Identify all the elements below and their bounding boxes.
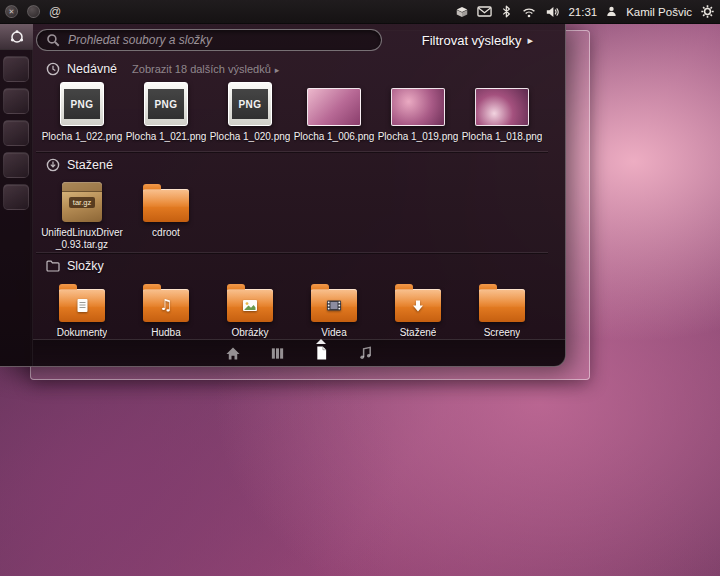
music-lens-button[interactable] <box>355 343 375 363</box>
music-note-emblem-icon: ♫ <box>159 298 172 313</box>
ubuntu-logo-icon <box>9 29 25 45</box>
section-divider <box>36 151 548 152</box>
desktop: ✕ @ 21:31 Kamil Pošvic <box>0 0 720 576</box>
bluetooth-icon[interactable] <box>500 4 513 19</box>
launcher-item-1[interactable] <box>3 56 29 82</box>
launcher-item-3[interactable] <box>3 120 29 146</box>
folder-label: Hudba <box>151 327 180 339</box>
archive-file-icon: tar.gz <box>62 182 102 222</box>
folder-item[interactable]: Stažené <box>376 276 460 339</box>
file-label: Plocha 1_006.png <box>294 131 375 143</box>
indicator-area: 21:31 Kamil Pošvic <box>455 4 720 19</box>
file-item[interactable]: Plocha 1_019.png <box>376 80 460 143</box>
png-badge: PNG <box>148 89 184 119</box>
network-icon[interactable] <box>521 5 537 19</box>
file-label: Plocha 1_022.png <box>42 131 123 143</box>
png-badge: PNG <box>232 89 268 119</box>
home-icon <box>225 346 241 361</box>
user-icon <box>605 5 618 18</box>
folder-item[interactable]: Screeny <box>460 276 544 339</box>
file-item[interactable]: Plocha 1_018.png <box>460 80 544 143</box>
show-more-results-link[interactable]: Zobrazit 18 dalších výsledků▸ <box>132 63 279 75</box>
section-recent-title: Nedávné <box>67 62 117 76</box>
downloads-folder-icon <box>395 289 441 322</box>
folder-label: Dokumenty <box>57 327 108 339</box>
mail-icon[interactable] <box>477 4 492 19</box>
filmstrip-emblem-icon <box>326 299 342 312</box>
png-badge: PNG <box>64 89 100 119</box>
section-downloads-title: Stažené <box>67 158 113 172</box>
downloads-row: tar.gz UnifiedLinuxDriver_0.93.tar.gz cd… <box>40 176 208 251</box>
files-lens-button[interactable] <box>311 343 331 363</box>
folder-outline-icon <box>46 260 60 272</box>
section-divider <box>36 252 548 253</box>
clock-icon <box>46 62 60 76</box>
show-more-label: Zobrazit 18 dalších výsledků <box>132 63 271 75</box>
launcher-item-4[interactable] <box>3 152 29 178</box>
applications-lens-button[interactable] <box>267 343 287 363</box>
launcher-item-2[interactable] <box>3 88 29 114</box>
clock-label[interactable]: 21:31 <box>568 6 597 18</box>
pictures-folder-icon <box>227 289 273 322</box>
file-label: Plocha 1_020.png <box>210 131 291 143</box>
image-thumbnail <box>475 88 529 126</box>
search-icon <box>46 33 61 48</box>
chevron-right-icon: ▸ <box>527 34 533 47</box>
folder-label: Videa <box>321 327 346 339</box>
folder-item[interactable]: Obrázky <box>208 276 292 339</box>
recent-files-row: PNG Plocha 1_022.png PNG Plocha 1_021.pn… <box>40 80 544 143</box>
image-thumbnail <box>391 88 445 126</box>
launcher-item-5[interactable] <box>3 184 29 210</box>
folder-icon <box>143 189 189 222</box>
music-icon <box>358 345 373 361</box>
file-item[interactable]: PNG Plocha 1_022.png <box>40 80 124 143</box>
dash-home-button[interactable] <box>0 24 33 50</box>
file-item[interactable]: PNG Plocha 1_021.png <box>124 80 208 143</box>
file-label: Plocha 1_019.png <box>378 131 459 143</box>
folder-label: Obrázky <box>231 327 268 339</box>
png-file-icon: PNG <box>228 82 272 126</box>
volume-icon[interactable] <box>545 5 560 19</box>
username-label[interactable]: Kamil Pošvic <box>626 6 692 18</box>
filter-results-label: Filtrovat výsledky <box>422 33 522 48</box>
file-label: Plocha 1_021.png <box>126 131 207 143</box>
documents-folder-icon <box>59 289 105 322</box>
chevron-right-icon: ▸ <box>275 65 280 75</box>
home-lens-button[interactable] <box>223 343 243 363</box>
file-item[interactable]: tar.gz UnifiedLinuxDriver_0.93.tar.gz <box>40 176 124 251</box>
file-label: Plocha 1_018.png <box>462 131 543 143</box>
top-panel: ✕ @ 21:31 Kamil Pošvic <box>0 0 720 24</box>
search-input[interactable] <box>68 33 372 47</box>
photo-emblem-icon <box>242 299 258 312</box>
folder-item[interactable]: Dokumenty <box>40 276 124 339</box>
unity-dash: Filtrovat výsledky ▸ Nedávné Zobrazit 18… <box>0 24 566 367</box>
folder-label: cdroot <box>152 227 180 239</box>
music-folder-icon: ♫ <box>143 289 189 322</box>
image-thumbnail <box>307 88 361 126</box>
section-downloads-header: Stažené <box>46 158 113 172</box>
window-minimize-button[interactable] <box>27 5 40 18</box>
filter-results-button[interactable]: Filtrovat výsledky ▸ <box>422 33 533 48</box>
folder-label: Stažené <box>400 327 437 339</box>
file-item[interactable]: Plocha 1_006.png <box>292 80 376 143</box>
png-file-icon: PNG <box>144 82 188 126</box>
file-label: UnifiedLinuxDriver_0.93.tar.gz <box>41 227 123 251</box>
window-close-button[interactable]: ✕ <box>5 5 18 18</box>
launcher <box>0 24 33 366</box>
folder-item[interactable]: ♫ Hudba <box>124 276 208 339</box>
folder-item[interactable]: cdroot <box>124 176 208 251</box>
tar-badge: tar.gz <box>69 197 95 208</box>
dropbox-icon[interactable] <box>455 5 469 19</box>
session-gear-icon[interactable] <box>700 4 715 19</box>
search-bar <box>36 29 382 51</box>
download-circle-icon <box>46 158 60 172</box>
section-folders-title: Složky <box>67 259 104 273</box>
at-indicator-icon[interactable]: @ <box>49 5 61 19</box>
section-recent-header: Nedávné Zobrazit 18 dalších výsledků▸ <box>46 62 279 76</box>
folder-item[interactable]: Videa <box>292 276 376 339</box>
folder-label: Screeny <box>484 327 521 339</box>
png-file-icon: PNG <box>60 82 104 126</box>
file-item[interactable]: PNG Plocha 1_020.png <box>208 80 292 143</box>
plain-folder-icon <box>479 289 525 322</box>
videos-folder-icon <box>311 289 357 322</box>
